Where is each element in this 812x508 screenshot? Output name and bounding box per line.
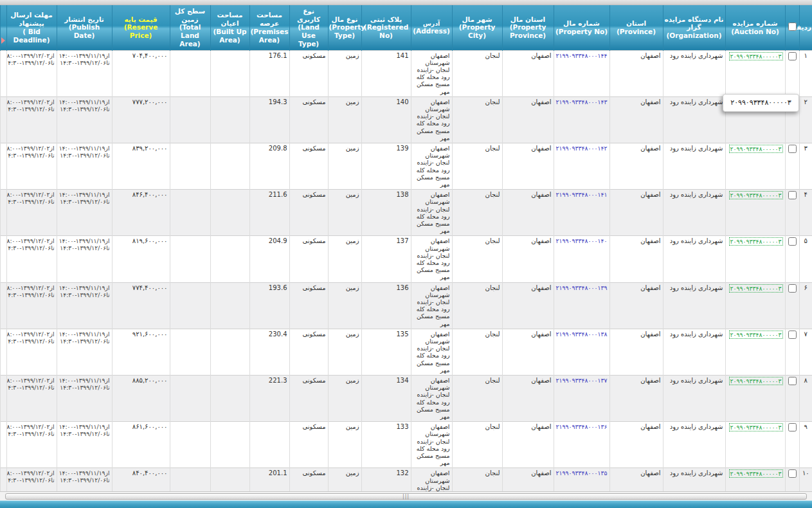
- cell-premises_area: 204.9: [249, 236, 289, 282]
- property-no-link[interactable]: ۲۱۹۹۰۹۳۳۴۸۰۰۰۱۴۴: [556, 52, 608, 59]
- cell-registered_no: 140: [361, 96, 411, 143]
- col-header-property_province[interactable]: استان مال(Property Province): [502, 5, 554, 50]
- cell-no: ۵: [799, 236, 812, 282]
- header-label-en: (Registered No): [363, 23, 410, 40]
- col-header-property_no[interactable]: شماره مال(Property No): [554, 5, 609, 50]
- col-header-land_use[interactable]: نوع کاربری(Land Use Type): [289, 5, 328, 50]
- cell-no: ۳: [799, 143, 812, 189]
- publish-date-from: از۱۳۹۹/۱۱/۱۹-۱۴:۰۰: [59, 331, 110, 338]
- col-header-org[interactable]: نام دستگاه مزایده گزار(Organization): [663, 5, 725, 50]
- row-checkbox[interactable]: [788, 377, 797, 385]
- cell-property_city: لنجان: [452, 422, 502, 468]
- auction-no-link[interactable]: ۲۰۹۹۰۹۳۳۴۸۰۰۰۰۰۳: [729, 331, 783, 339]
- cell-land_use: مسکونی: [289, 422, 328, 468]
- col-header-built_area[interactable]: مساحت اعیان(Built Up Area): [210, 5, 249, 50]
- col-header-publish_date[interactable]: تاریخ انتشار(Publish Date): [57, 5, 112, 50]
- cell-built_area: [210, 282, 249, 329]
- col-header-property_type[interactable]: نوع مال(Property Type): [328, 5, 361, 50]
- property-no-link[interactable]: ۲۱۹۹۰۹۳۳۴۸۰۰۰۱۳۷: [556, 377, 608, 384]
- cell-auction_no: ۲۰۹۹۰۹۳۳۴۸۰۰۰۰۰۳: [725, 282, 785, 329]
- col-header-auction_no[interactable]: شماره مزایده(Auction No): [725, 5, 785, 50]
- row-checkbox[interactable]: [788, 191, 797, 199]
- cell-property_province: اصفهان: [502, 376, 554, 422]
- header-label-en: (Total Land Area): [171, 23, 210, 48]
- table-row: ۱۰۲۰۹۹۰۹۳۳۴۸۰۰۰۰۰۳شهرداری زاینده روداصفه…: [0, 468, 812, 492]
- col-header-province[interactable]: استان(Province): [609, 5, 663, 50]
- publish-date-to: تا۱۳۹۹/۱۲/۰۶-۱۴:۳۰: [59, 59, 110, 66]
- cell-address: اصفهان شهرستان لنجان -زاینده رود محله کل…: [411, 96, 452, 143]
- table-row: ۹۲۰۹۹۰۹۳۳۴۸۰۰۰۰۰۳شهرداری زاینده روداصفها…: [0, 422, 812, 468]
- cell-org: شهرداری زاینده رود: [663, 190, 725, 236]
- row-checkbox[interactable]: [788, 237, 797, 246]
- property-no-link[interactable]: ۲۱۹۹۰۹۳۳۴۸۰۰۰۱۴۱: [556, 191, 608, 198]
- header-label-fa: پلاک ثبتی: [363, 15, 410, 24]
- horizontal-scrollbar[interactable]: |||: [0, 491, 812, 500]
- cell-org: شهرداری زاینده رود: [663, 329, 725, 375]
- deadline-date-from: از۱۳۹۹/۱۲/۰۲-۰۸:۰۰: [9, 331, 55, 338]
- cell-bid_deadline: از۱۳۹۹/۱۲/۰۲-۰۸:۰۰تا۱۳۹۹/۱۲/۰۶-۱۴:۳۰: [6, 376, 57, 422]
- auction-no-link[interactable]: ۲۰۹۹۰۹۳۳۴۸۰۰۰۰۰۳: [729, 423, 783, 431]
- select-all-checkbox[interactable]: [788, 23, 797, 31]
- auction-no-link[interactable]: ۲۰۹۹۰۹۳۳۴۸۰۰۰۰۰۳: [729, 284, 783, 293]
- cell-reserve_price: ۸۱۹,۶۰۰,۰۰۰: [112, 236, 170, 282]
- publish-date-from: از۱۳۹۹/۱۱/۱۹-۱۴:۰۰: [59, 237, 110, 244]
- col-header-bid_deadline[interactable]: مهلت ارسال پیشنهاد( Bid Deadline): [6, 5, 57, 50]
- auction-no-link[interactable]: ۲۰۹۹۰۹۳۳۴۸۰۰۰۰۰۳: [729, 191, 783, 199]
- cell-publish_date: از۱۳۹۹/۱۱/۱۹-۱۴:۰۰تا۱۳۹۹/۱۲/۰۶-۱۴:۳۰: [57, 468, 112, 492]
- col-header-premises_area[interactable]: مساحت عرصه(Premises Area): [249, 5, 289, 50]
- cell-auction_no: ۲۰۹۹۰۹۳۳۴۸۰۰۰۰۰۳: [725, 329, 785, 375]
- table-row: ۱۲۰۹۹۰۹۳۳۴۸۰۰۰۰۰۳شهرداری زاینده روداصفها…: [0, 50, 812, 96]
- col-header-property_city[interactable]: شهر مال(Property City): [452, 5, 502, 50]
- property-no-link[interactable]: ۲۱۹۹۰۹۳۳۴۸۰۰۰۱۴۳: [556, 98, 608, 105]
- deadline-date-to: تا۱۳۹۹/۱۲/۰۶-۱۴:۳۰: [9, 430, 55, 437]
- col-header-address[interactable]: آدرس(Address): [411, 5, 452, 50]
- auction-no-link[interactable]: ۲۰۹۹۰۹۳۳۴۸۰۰۰۰۰۳: [729, 377, 783, 385]
- auction-no-link[interactable]: ۲۰۹۹۰۹۳۳۴۸۰۰۰۰۰۳: [729, 469, 783, 478]
- cell-check: [785, 236, 799, 282]
- property-no-link[interactable]: ۲۱۹۹۰۹۳۳۴۸۰۰۰۱۴۲: [556, 145, 608, 152]
- auction-no-link[interactable]: ۲۰۹۹۰۹۳۳۴۸۰۰۰۰۰۳: [729, 52, 783, 60]
- row-checkbox[interactable]: [788, 423, 797, 431]
- cell-province: اصفهان: [609, 96, 663, 143]
- property-no-link[interactable]: ۲۱۹۹۰۹۳۳۴۸۰۰۰۱۳۵: [556, 469, 608, 476]
- deadline-date-from: از۱۳۹۹/۱۲/۰۲-۰۸:۰۰: [9, 52, 55, 59]
- header-row: ردیفشماره مزایده(Auction No)نام دستگاه م…: [0, 5, 812, 50]
- col-header-total_land[interactable]: سطح کل زمین(Total Land Area): [170, 5, 210, 50]
- cell-built_area: [210, 329, 249, 375]
- header-label-en: (Reserve Price): [113, 23, 169, 40]
- property-no-link[interactable]: ۲۱۹۹۰۹۳۳۴۸۰۰۰۱۳۶: [556, 423, 608, 430]
- header-label-fa: قیمت پایه: [113, 15, 169, 24]
- deadline-date-from: از۱۳۹۹/۱۲/۰۲-۰۸:۰۰: [9, 377, 55, 384]
- horizontal-scrollbar-thumb[interactable]: |||: [5, 493, 807, 500]
- cell-land_use: مسکونی: [289, 143, 328, 189]
- property-no-link[interactable]: ۲۱۹۹۰۹۳۳۴۸۰۰۰۱۳۸: [556, 331, 608, 338]
- property-no-link[interactable]: ۲۱۹۹۰۹۳۳۴۸۰۰۰۱۴۰: [556, 237, 608, 244]
- cutoff-arrow-icon: [1, 37, 5, 44]
- col-header-reserve_price[interactable]: قیمت پایه(Reserve Price): [112, 5, 170, 50]
- publish-date-from: از۱۳۹۹/۱۱/۱۹-۱۴:۰۰: [59, 377, 110, 384]
- property-no-link[interactable]: ۲۱۹۹۰۹۳۳۴۸۰۰۰۱۳۹: [556, 284, 608, 291]
- publish-date-to: تا۱۳۹۹/۱۲/۰۶-۱۴:۳۰: [59, 476, 110, 484]
- cell-registered_no: 136: [361, 282, 411, 329]
- cell-land_use: مسکونی: [289, 236, 328, 282]
- publish-date-from: از۱۳۹۹/۱۱/۱۹-۱۴:۰۰: [59, 98, 110, 105]
- cell-property_city: لنجان: [452, 96, 502, 143]
- cell-check: [785, 143, 799, 189]
- auction-no-link[interactable]: ۲۰۹۹۰۹۳۳۴۸۰۰۰۰۰۳: [729, 237, 783, 246]
- cell-publish_date: از۱۳۹۹/۱۱/۱۹-۱۴:۰۰تا۱۳۹۹/۱۲/۰۶-۱۴:۳۰: [57, 422, 112, 468]
- header-label-en: (Property Type): [329, 23, 361, 40]
- col-header-registered_no[interactable]: پلاک ثبتی(Registered No): [361, 5, 411, 50]
- cell-auction_no: ۲۰۹۹۰۹۳۳۴۸۰۰۰۰۰۳: [725, 236, 785, 282]
- deadline-date-from: از۱۳۹۹/۱۲/۰۲-۰۸:۰۰: [9, 469, 55, 476]
- cell-cut: [0, 468, 6, 492]
- auction-no-link[interactable]: ۲۰۹۹۰۹۳۳۴۸۰۰۰۰۰۳: [729, 145, 783, 153]
- header-label-en: (Built Up Area): [212, 28, 249, 44]
- row-checkbox[interactable]: [788, 145, 797, 153]
- table-row: ۶۲۰۹۹۰۹۳۳۴۸۰۰۰۰۰۳شهرداری زاینده روداصفها…: [0, 282, 812, 329]
- cell-property_province: اصفهان: [502, 422, 554, 468]
- row-checkbox[interactable]: [788, 469, 797, 478]
- cell-bid_deadline: از۱۳۹۹/۱۲/۰۲-۰۸:۰۰تا۱۳۹۹/۱۲/۰۶-۱۴:۳۰: [6, 96, 57, 143]
- row-checkbox[interactable]: [788, 284, 797, 293]
- row-checkbox[interactable]: [788, 52, 797, 60]
- row-checkbox[interactable]: [788, 331, 797, 339]
